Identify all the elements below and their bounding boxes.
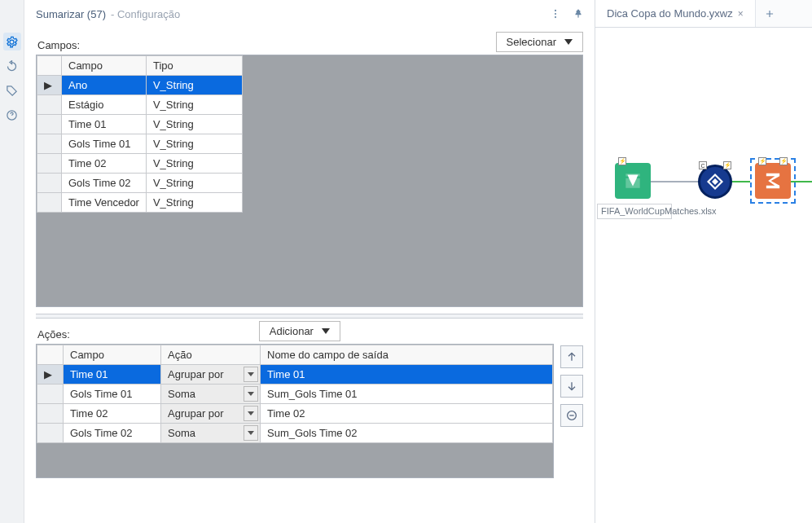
bolt-icon: ⚡ bbox=[779, 157, 788, 165]
remove-action-button[interactable] bbox=[560, 404, 583, 427]
add-tab-button[interactable] bbox=[756, 0, 783, 27]
cell-campo[interactable]: Time 01 bbox=[62, 115, 147, 134]
chevron-down-icon bbox=[564, 39, 573, 45]
campos-label: Campos: bbox=[37, 39, 80, 51]
cell-campo[interactable]: Time 02 bbox=[62, 154, 147, 174]
chevron-down-icon[interactable] bbox=[244, 367, 258, 382]
wire bbox=[731, 181, 750, 182]
row-header[interactable]: ▶ bbox=[37, 76, 62, 95]
tool-subtitle: - Configuração bbox=[111, 8, 180, 20]
row-header[interactable] bbox=[37, 154, 62, 174]
row-header[interactable] bbox=[37, 134, 62, 154]
chevron-down-icon bbox=[322, 328, 330, 334]
table-row[interactable]: Gols Time 02SomaSum_Gols Time 02 bbox=[37, 424, 553, 443]
config-gear-icon[interactable] bbox=[3, 33, 21, 51]
add-action-button-label: Adicionar bbox=[270, 325, 314, 337]
chevron-down-icon[interactable] bbox=[244, 406, 258, 421]
more-vertical-icon[interactable] bbox=[547, 6, 564, 22]
campos-grid[interactable]: Campo Tipo ▶AnoV_StringEstágioV_StringTi… bbox=[36, 55, 583, 307]
row-header[interactable] bbox=[37, 115, 62, 134]
canvas-pane: Dica Copa do Mundo.yxwz × ⚡ FIFA_WorldCu… bbox=[595, 0, 812, 523]
row-header-corner bbox=[37, 56, 62, 76]
table-row[interactable]: Time 01V_String bbox=[37, 115, 243, 134]
col-campo[interactable]: Campo bbox=[62, 56, 147, 76]
row-header[interactable] bbox=[37, 404, 64, 424]
table-row[interactable]: Time 02V_String bbox=[37, 154, 243, 174]
cell-tipo[interactable]: V_String bbox=[146, 76, 242, 95]
cell-tipo[interactable]: V_String bbox=[146, 134, 242, 154]
table-row[interactable]: EstágioV_String bbox=[37, 95, 243, 115]
table-row[interactable]: Time 02Agrupar porTime 02 bbox=[37, 404, 553, 424]
cell-campo[interactable]: Gols Time 02 bbox=[64, 424, 161, 443]
cell-campo[interactable]: Ano bbox=[62, 76, 147, 95]
row-header[interactable]: ▶ bbox=[37, 365, 64, 385]
pin-icon[interactable] bbox=[570, 6, 586, 22]
acoes-label: Ações: bbox=[37, 328, 70, 341]
add-action-button[interactable]: Adicionar bbox=[259, 321, 340, 341]
move-down-button[interactable] bbox=[560, 375, 583, 398]
workflow-tab-label: Dica Copa do Mundo.yxwz bbox=[607, 7, 733, 20]
bolt-icon: ⚡ bbox=[758, 157, 766, 165]
cell-acao-dropdown[interactable]: Agrupar por bbox=[161, 404, 261, 424]
cell-saida[interactable]: Sum_Gols Time 02 bbox=[261, 424, 553, 443]
col-acao-acao[interactable]: Ação bbox=[161, 345, 261, 365]
cell-tipo[interactable]: V_String bbox=[146, 193, 242, 213]
cell-saida[interactable]: Time 02 bbox=[261, 404, 553, 424]
cell-campo[interactable]: Estágio bbox=[62, 95, 147, 115]
row-header[interactable] bbox=[37, 193, 62, 213]
input-tool-label: FIFA_WorldCupMatches.xlsx bbox=[597, 204, 672, 219]
tag-icon[interactable] bbox=[3, 81, 21, 99]
cell-saida[interactable]: Time 01 bbox=[261, 365, 553, 385]
left-icon-rail bbox=[0, 0, 24, 523]
row-header[interactable] bbox=[37, 424, 64, 443]
refresh-icon[interactable] bbox=[3, 57, 21, 75]
summarize-tool-selection[interactable]: ⚡ ⚡ bbox=[750, 158, 796, 204]
table-row[interactable]: Time VencedorV_String bbox=[37, 193, 243, 213]
table-row[interactable]: Gols Time 01SomaSum_Gols Time 01 bbox=[37, 385, 553, 404]
cell-acao-dropdown[interactable]: Soma bbox=[161, 424, 261, 443]
chevron-down-icon[interactable] bbox=[244, 425, 258, 441]
cell-campo[interactable]: Time 01 bbox=[64, 365, 161, 385]
tool-title: Sumarizar (57) bbox=[36, 8, 106, 20]
acoes-grid[interactable]: Campo Ação Nome do campo de saída ▶Time … bbox=[36, 344, 554, 478]
cell-campo[interactable]: Gols Time 01 bbox=[62, 134, 147, 154]
wire bbox=[651, 181, 700, 182]
row-header[interactable] bbox=[37, 95, 62, 115]
select-fields-button[interactable]: Selecionar bbox=[496, 32, 583, 52]
cell-acao-dropdown[interactable]: Agrupar por bbox=[161, 365, 261, 385]
bolt-icon: C bbox=[699, 161, 707, 169]
row-header[interactable] bbox=[37, 385, 64, 404]
col-acao-campo[interactable]: Campo bbox=[64, 345, 161, 365]
chevron-down-icon[interactable] bbox=[244, 386, 258, 402]
cell-tipo[interactable]: V_String bbox=[146, 174, 242, 193]
row-header[interactable] bbox=[37, 174, 62, 193]
help-icon[interactable] bbox=[3, 106, 21, 124]
cell-campo[interactable]: Gols Time 01 bbox=[64, 385, 161, 404]
table-row[interactable]: Gols Time 02V_String bbox=[37, 174, 243, 193]
input-data-tool[interactable]: ⚡ bbox=[615, 163, 651, 199]
workflow-canvas[interactable]: ⚡ FIFA_WorldCupMatches.xlsx C ⚡ ⚡ ⚡ bbox=[595, 28, 812, 523]
config-header: Sumarizar (57) - Configuração bbox=[24, 0, 595, 28]
col-acao-saida[interactable]: Nome do campo de saída bbox=[261, 345, 553, 365]
row-header-corner bbox=[37, 345, 64, 365]
cell-acao-dropdown[interactable]: Soma bbox=[161, 385, 261, 404]
cell-campo[interactable]: Time Vencedor bbox=[62, 193, 147, 213]
table-row[interactable]: Gols Time 01V_String bbox=[37, 134, 243, 154]
cell-tipo[interactable]: V_String bbox=[146, 154, 242, 174]
cell-campo[interactable]: Time 02 bbox=[64, 404, 161, 424]
select-tool[interactable]: C ⚡ bbox=[698, 165, 732, 199]
cell-saida[interactable]: Sum_Gols Time 01 bbox=[261, 385, 553, 404]
col-tipo[interactable]: Tipo bbox=[146, 56, 242, 76]
config-panel: Sumarizar (57) - Configuração Campos: Se… bbox=[24, 0, 595, 523]
workflow-tab[interactable]: Dica Copa do Mundo.yxwz × bbox=[595, 0, 756, 27]
close-icon[interactable]: × bbox=[738, 8, 744, 20]
cell-tipo[interactable]: V_String bbox=[146, 115, 242, 134]
bolt-icon: ⚡ bbox=[723, 161, 731, 169]
table-row[interactable]: ▶Time 01Agrupar porTime 01 bbox=[37, 365, 553, 385]
move-up-button[interactable] bbox=[560, 345, 583, 368]
cell-campo[interactable]: Gols Time 02 bbox=[62, 174, 147, 193]
table-row[interactable]: ▶AnoV_String bbox=[37, 76, 243, 95]
svg-point-3 bbox=[555, 16, 556, 18]
cell-tipo[interactable]: V_String bbox=[146, 95, 242, 115]
panel-splitter[interactable] bbox=[36, 314, 583, 319]
